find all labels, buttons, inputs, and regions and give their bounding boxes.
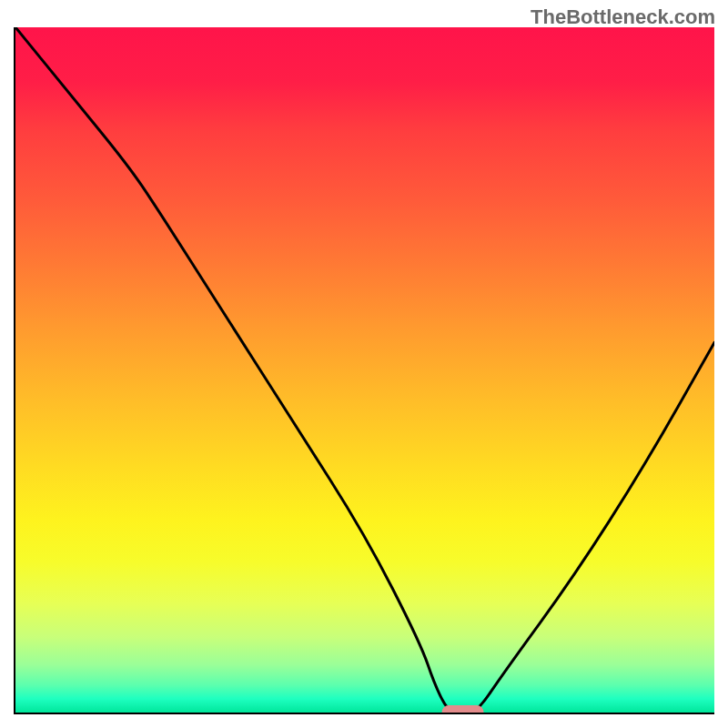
- plot-area: [14, 27, 714, 714]
- watermark-label: TheBottleneck.com: [531, 5, 715, 29]
- curve-layer: [15, 27, 714, 713]
- optimal-marker: [441, 705, 483, 713]
- bottleneck-curve: [15, 27, 714, 713]
- bottleneck-chart: TheBottleneck.com: [0, 0, 728, 728]
